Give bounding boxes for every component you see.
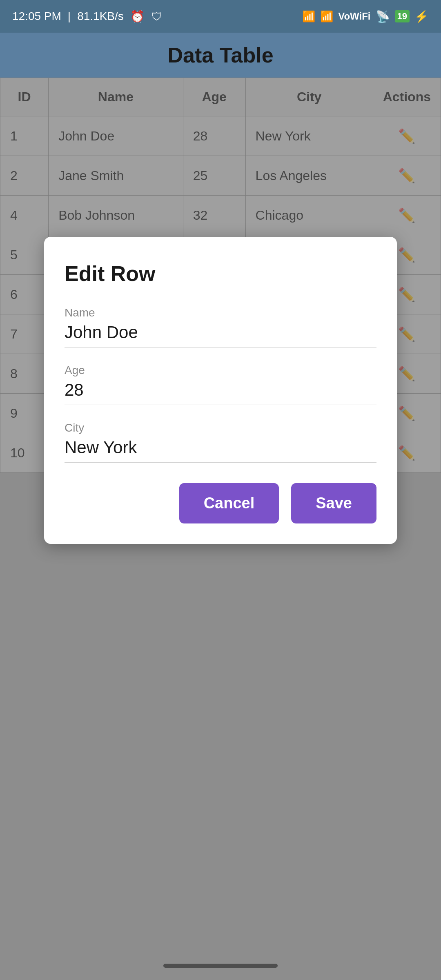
charging-icon: ⚡ bbox=[414, 10, 429, 23]
signal-icon-2: 📶 bbox=[320, 10, 333, 23]
wifi-icon: 📡 bbox=[376, 10, 390, 23]
modal-title: Edit Row bbox=[65, 261, 376, 286]
name-label: Name bbox=[65, 306, 376, 319]
city-label: City bbox=[65, 421, 376, 434]
age-field-group: Age 28 bbox=[65, 364, 376, 405]
edit-row-modal: Edit Row Name John Doe Age 28 City New Y… bbox=[44, 237, 397, 544]
app-bar: Data Table bbox=[0, 33, 441, 78]
city-field-group: City New York bbox=[65, 421, 376, 463]
status-left: 12:05 PM | 81.1KB/s ⏰ 🛡 bbox=[12, 10, 163, 23]
status-network-speed: 81.1KB/s bbox=[77, 10, 124, 23]
status-network: | bbox=[68, 10, 71, 23]
vowifi-icon: VoWiFi bbox=[338, 11, 370, 22]
name-field-group: Name John Doe bbox=[65, 306, 376, 347]
status-right: 📶 📶 VoWiFi 📡 19 ⚡ bbox=[302, 10, 429, 23]
cancel-button[interactable]: Cancel bbox=[179, 483, 279, 523]
page-title: Data Table bbox=[167, 43, 273, 67]
main-content: ID Name Age City Actions 1 John Doe 28 N… bbox=[0, 78, 441, 980]
age-label: Age bbox=[65, 364, 376, 377]
status-bar: 12:05 PM | 81.1KB/s ⏰ 🛡 📶 📶 VoWiFi 📡 19 … bbox=[0, 0, 441, 33]
age-input[interactable]: 28 bbox=[65, 380, 376, 405]
alarm-icon: ⏰ bbox=[130, 10, 145, 23]
shield-icon: 🛡 bbox=[151, 10, 163, 23]
battery-icon: 19 bbox=[395, 10, 410, 22]
name-input[interactable]: John Doe bbox=[65, 323, 376, 347]
city-input[interactable]: New York bbox=[65, 438, 376, 463]
save-button[interactable]: Save bbox=[291, 483, 376, 523]
signal-icon: 📶 bbox=[302, 10, 315, 23]
status-time: 12:05 PM bbox=[12, 10, 61, 23]
modal-actions: Cancel Save bbox=[65, 483, 376, 523]
